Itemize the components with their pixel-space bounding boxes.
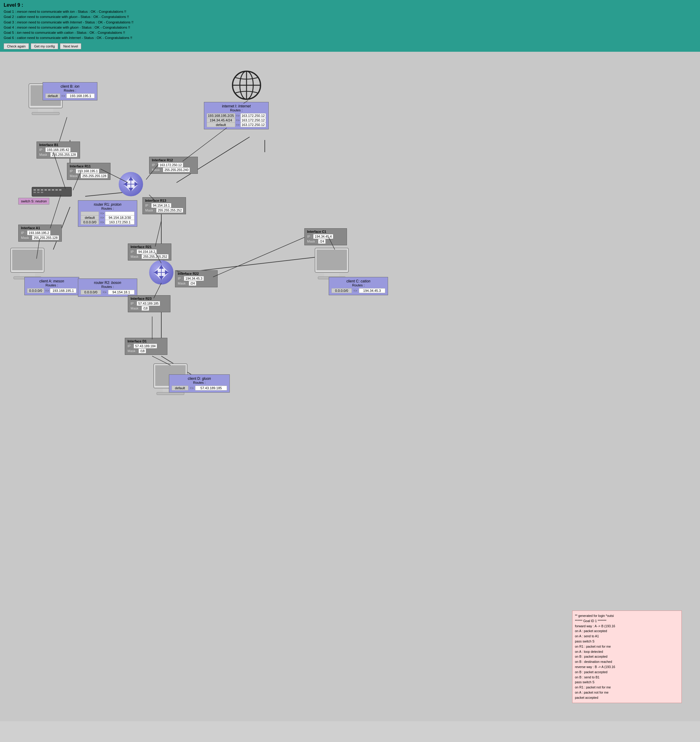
interface-R23: Interface R23 IP : 57.43.189.185 Mask : … — [128, 295, 171, 312]
interface-R12: Interface R12 IP : 163.172.250.12 Mask :… — [149, 157, 198, 174]
action-buttons: Check again Get my config Next level — [4, 43, 696, 49]
svg-rect-20 — [41, 189, 43, 190]
svg-rect-19 — [37, 189, 40, 190]
client-A-routes: 0.0.0.0/0 => 193.168.195.1 — [27, 288, 77, 293]
router-R1-box: router R1: proton Routes : => default =>… — [78, 200, 137, 227]
router-R1-icon — [119, 172, 143, 197]
svg-rect-22 — [48, 189, 50, 190]
table-row: default => 163.172.250.12 — [207, 122, 266, 127]
route-arrow: => — [101, 290, 108, 294]
svg-line-6 — [198, 256, 329, 271]
table-row: 194.34.45.4/24 => 163.172.250.12 — [207, 118, 266, 122]
table-row: => — [81, 212, 134, 215]
route-arrow: => — [44, 288, 50, 293]
svg-rect-23 — [52, 189, 54, 190]
svg-rect-48 — [317, 250, 347, 270]
log-line: on A : packet accepted — [575, 629, 679, 634]
log-line: on A : loop detected — [575, 649, 679, 654]
log-line: on R1 : packet not for me — [575, 685, 679, 690]
route-gw: 163.172.250.12 — [240, 122, 266, 127]
route-arrow: => — [99, 220, 105, 224]
route-arrow: => — [235, 118, 240, 122]
route-arrow: => — [99, 215, 105, 220]
interface-B1: Interface B1 IP : 193.168.195.42 Mask : … — [37, 141, 80, 159]
interface-R11: Interface R11 IP : 193.168.195.1 Mask : … — [67, 163, 111, 180]
route-gw: 94.154.18.1 — [108, 290, 134, 294]
interface-R22: Interface R22 IP : 194.34.45.3 Mask : /2… — [175, 270, 218, 287]
route-dest: default — [172, 386, 189, 390]
route-dest: 194.34.45.4/24 — [207, 118, 235, 122]
route-dest: 0.0.0.0/0 — [27, 288, 44, 293]
internet-node: internet I: Internet Routes : 193.168.19… — [204, 102, 269, 130]
svg-rect-16 — [32, 112, 59, 115]
route-dest — [81, 212, 99, 215]
packet-accepted-status: packet accepted — [575, 695, 679, 700]
check-again-button[interactable]: Check again — [4, 43, 29, 49]
interface-A1: Interface A1 IP : 193.168.195.2 Mask : 2… — [18, 225, 62, 241]
router-R2-routes: 0.0.0.0/0 => 94.154.18.1 — [81, 290, 134, 294]
route-arrow: => — [60, 93, 66, 98]
route-arrow: => — [235, 113, 240, 118]
interface-D1: Interface D1 IP : 57.43.189.184 Mask : /… — [125, 338, 167, 355]
client-A-box: client A: meson Routes : 0.0.0.0/0 => 19… — [24, 277, 79, 295]
svg-rect-27 — [37, 192, 40, 193]
route-gw: 94.154.18.2/30 — [105, 215, 134, 220]
client-D-box: client D: gluon Routes : default => 57.4… — [169, 374, 230, 393]
route-dest: 193.168.195.2/25 — [207, 113, 235, 118]
table-row: 0.0.0.0/0 => 193.168.195.1 — [27, 288, 77, 293]
client-D-routes: default => 57.43.189.185 — [172, 386, 227, 390]
route-gw: 57.43.189.185 — [195, 386, 227, 390]
svg-rect-25 — [59, 189, 62, 190]
log-line: on A : packet not for me — [575, 690, 679, 695]
log-line: reverse way : B -> A (193.16 — [575, 664, 679, 670]
get-config-button[interactable]: Get my config — [31, 43, 58, 49]
route-dest: 0.0.0.0/0 — [81, 290, 101, 294]
log-line: on R1 : packet not for me — [575, 644, 679, 649]
log-line: pass switch S — [575, 639, 679, 644]
route-gw: 193.168.195.1 — [66, 93, 94, 98]
route-arrow: => — [235, 122, 240, 127]
header: Level 9 : Goal 1 : meson need to communi… — [0, 0, 700, 52]
route-gw: 163.172.250.1 — [105, 220, 134, 224]
route-gw: 193.168.195.1 — [50, 288, 77, 293]
table-row: default => 193.168.195.1 — [46, 93, 95, 98]
svg-line-68 — [213, 237, 304, 277]
interface-R21: Interface R21 IP : 94.154.18.2 Mask : 25… — [128, 243, 171, 261]
table-row: 0.0.0.0/0 => 163.172.250.1 — [81, 220, 134, 224]
globe-icon-node — [231, 70, 262, 102]
log-line: on B : send to B1 — [575, 675, 679, 680]
route-dest: default — [46, 93, 60, 98]
route-dest: 0.0.0.0/0 — [332, 288, 352, 293]
table-row: 0.0.0.0/0 => 94.154.18.1 — [81, 290, 134, 294]
svg-rect-15 — [38, 109, 53, 112]
svg-rect-24 — [55, 189, 58, 190]
log-line: on B : packet accepted — [575, 670, 679, 675]
svg-line-62 — [183, 128, 227, 161]
route-gw: 163.172.250.12 — [240, 113, 266, 118]
internet-routes-label: Routes : — [207, 108, 266, 112]
client-C-routes: 0.0.0.0/0 => 194.34.45.3 — [332, 288, 385, 293]
log-line: on B : packet accepted — [575, 654, 679, 659]
router-R1-routes: => default => 94.154.18.2/30 0.0.0.0/0 =… — [81, 212, 134, 225]
route-arrow: => — [99, 212, 105, 215]
router-R2-box: router R2: boson Routes : 0.0.0.0/0 => 9… — [78, 278, 137, 297]
svg-rect-21 — [44, 189, 47, 190]
table-row: 193.168.195.2/25 => 163.172.250.12 — [207, 113, 266, 118]
route-arrow: => — [188, 386, 195, 390]
log-line: ****** Goal ID 1 ******* — [575, 618, 679, 624]
log-line: pass switch S — [575, 680, 679, 685]
route-gw: 163.172.250.12 — [240, 118, 266, 122]
svg-rect-54 — [157, 392, 184, 395]
log-box: ** generated for login *outsi ****** Goa… — [572, 611, 682, 703]
svg-rect-18 — [34, 189, 36, 190]
goals-list: Goal 1 : meson need to communicate with … — [4, 9, 696, 41]
client-B-routes: default => 193.168.195.1 — [45, 93, 95, 98]
log-line: forward way : A -> B (193.16 — [575, 624, 679, 629]
next-level-button[interactable]: Next level — [60, 43, 81, 49]
switch-label: switch S: neutron — [18, 198, 49, 205]
client-C-box: client C: cation Routes : 0.0.0.0/0 => 1… — [329, 277, 388, 295]
internet-name: internet I: Internet — [207, 104, 266, 108]
svg-rect-28 — [41, 192, 43, 193]
svg-rect-30 — [12, 250, 43, 270]
table-row: 0.0.0.0/0 => 194.34.45.3 — [332, 288, 385, 293]
